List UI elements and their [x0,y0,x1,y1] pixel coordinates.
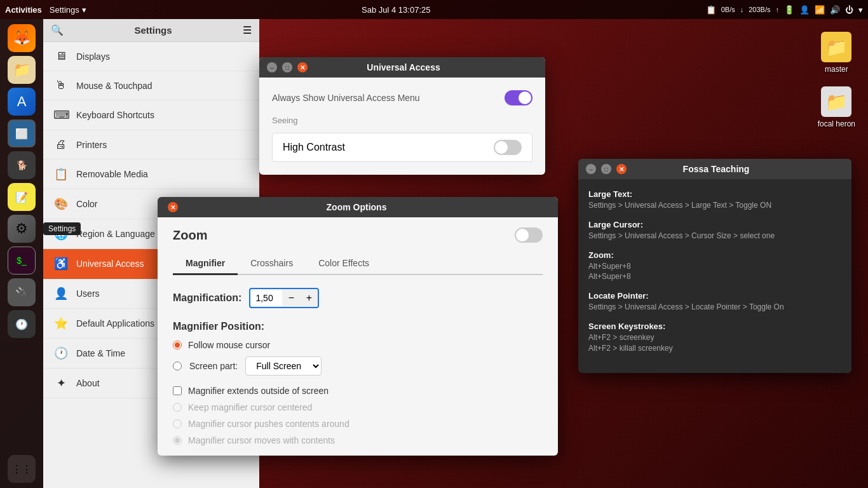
magnification-increase-button[interactable]: + [300,289,318,307]
ua-dialog-content: Always Show Universal Access Menu Seeing… [259,78,545,175]
about-icon: ✦ [53,376,69,390]
dock-item-gimp[interactable]: 🐕 [8,151,36,179]
fossa-item-locate-pointer: Locate Pointer: Settings > Universal Acc… [588,291,841,313]
follow-mouse-radio[interactable] [173,341,182,349]
ua-close-button[interactable]: ✕ [297,62,308,72]
ua-high-contrast-row: High Contrast [272,133,532,162]
fossa-keystrokes-desc: Alt+F2 > screenkey Alt+F2 > killall scre… [588,332,841,354]
screen-part-radio[interactable] [173,362,182,370]
cursor-centered-label: Keep magnifier cursor centered [188,402,312,412]
dock-item-settings[interactable]: ⚙ Settings [8,215,36,243]
cursor-pushes-label: Magnifier cursor pushes contents around [188,419,349,429]
printers-icon: 🖨 [53,138,69,151]
settings-item-keyboard[interactable]: ⌨ Keyboard Shortcuts [43,100,259,130]
settings-search-icon: 🔍 [51,24,64,36]
settings-title: Settings [134,25,172,36]
dock-item-firefox[interactable]: 🦊 [8,24,36,52]
removable-icon: 📋 [53,167,69,181]
fossa-item-large-cursor: Large Cursor: Settings > Universal Acces… [588,220,841,241]
zoom-dialog-titlebar: ✕ Zoom Options [158,197,558,217]
tab-crosshairs[interactable]: Crosshairs [238,253,306,275]
magnifier-position-group: Follow mouse cursor Screen part: Full Sc… [173,340,543,445]
fossa-large-text-title: Large Text: [588,189,841,199]
magnification-decrease-button[interactable]: − [282,289,300,307]
zoom-tabs: Magnifier Crosshairs Color Effects [173,253,543,275]
settings-menu-button[interactable]: Settings ▾ [50,5,86,15]
cursor-centered-radio[interactable] [173,403,182,412]
color-icon: 🎨 [53,197,69,211]
ua-seeing-title: Seeing [272,116,532,125]
ua-always-show-row: Always Show Universal Access Menu [272,90,532,105]
desktop-icon-focal-heron[interactable]: 📁 focal heron [818,86,855,128]
cursor-moves-radio[interactable] [173,436,182,445]
zoom-close-button[interactable]: ✕ [168,202,178,212]
topbar: Activities Settings ▾ Sab Jul 4 13:07:25… [0,0,868,19]
fossa-large-text-desc: Settings > Universal Access > Large Text… [588,200,841,211]
dock-tooltip-settings: Settings [43,222,81,235]
zoom-options-dialog: ✕ Zoom Options Zoom Magnifier Crosshairs… [158,197,558,456]
keyboard-icon: ⌨ [53,108,69,122]
ua-minimize-button[interactable]: – [267,62,277,72]
zoom-header: Zoom [173,227,543,243]
dock-item-files[interactable]: 📁 [8,56,36,84]
dock-item-notes[interactable]: 📝 [8,183,36,211]
cursor-pushes-row: Magnifier cursor pushes contents around [173,419,543,429]
ua-dialog-title: Universal Access [367,62,440,72]
dock-item-screenshot[interactable]: ⬜ [8,119,36,147]
magnification-input[interactable] [250,290,282,306]
extends-outside-checkbox[interactable] [173,386,182,395]
cursor-centered-row: Keep magnifier cursor centered [173,402,543,412]
extends-outside-row: Magnifier extends outside of screen [173,386,543,396]
ua-always-show-label: Always Show Universal Access Menu [272,93,420,103]
fossa-keystrokes-title: Screen Keystrokes: [588,322,841,331]
fossa-close-button[interactable]: ✕ [616,164,627,174]
extends-outside-label: Magnifier extends outside of screen [188,386,329,396]
ua-high-contrast-toggle[interactable] [494,140,522,155]
settings-item-mouse[interactable]: 🖱 Mouse & Touchpad [43,71,259,100]
fossa-titlebar: – □ ✕ Fossa Teaching [578,159,851,179]
magnification-input-wrap: − + [249,288,319,308]
fossa-item-screen-keystrokes: Screen Keystrokes: Alt+F2 > screenkey Al… [588,322,841,354]
mouse-icon: 🖱 [53,79,69,92]
desktop-icon-master[interactable]: 📁 master [818,32,855,74]
default-icon: ⭐ [53,316,69,330]
displays-icon: 🖥 [53,50,69,63]
topbar-left: Activities Settings ▾ [5,5,86,15]
fossa-item-zoom: Zoom: Alt+Super+8 Alt+Super+8 [588,250,841,283]
dock-item-terminal[interactable]: $_ [8,247,36,274]
settings-menu-icon[interactable]: ☰ [243,24,252,36]
zoom-toggle[interactable] [515,227,543,243]
fossa-content: Large Text: Settings > Universal Access … [578,179,851,373]
dock-item-usb[interactable]: 🔌 [8,278,36,306]
universal-access-dialog: – □ ✕ Universal Access Always Show Unive… [259,57,545,175]
settings-item-printers[interactable]: 🖨 Printers [43,130,259,159]
dock-item-apps[interactable]: ⋮⋮ [8,455,36,483]
fossa-controls: – □ ✕ [586,164,627,174]
desktop-icons: 📁 master 📁 focal heron [818,32,855,128]
screen-part-label: Screen part: [189,361,238,371]
follow-mouse-label: Follow mouse cursor [188,340,270,350]
date-icon: 🕐 [53,346,69,360]
settings-item-removable[interactable]: 📋 Removable Media [43,159,259,189]
dock-item-appstore[interactable]: A [8,88,36,116]
activities-button[interactable]: Activities [5,5,42,15]
cursor-pushes-radio[interactable] [173,419,182,428]
fossa-locate-desc: Settings > Universal Access > Locate Poi… [588,302,841,313]
fossa-maximize-button[interactable]: □ [601,164,611,174]
ua-dialog-controls: – □ ✕ [267,62,308,72]
tab-magnifier[interactable]: Magnifier [173,253,238,275]
ua-always-show-toggle[interactable] [505,90,532,105]
magnifier-position-title: Magnifier Position: [173,321,543,332]
settings-item-displays[interactable]: 🖥 Displays [43,42,259,71]
fossa-item-large-text: Large Text: Settings > Universal Access … [588,189,841,211]
fossa-minimize-button[interactable]: – [586,164,596,174]
fossa-teaching-panel: – □ ✕ Fossa Teaching Large Text: Setting… [578,159,851,373]
screen-part-select[interactable]: Full Screen Left Half Right Half Top Hal… [245,356,322,376]
cursor-moves-label: Magnifier cursor moves with contents [188,435,335,445]
application-dock: 🦊 📁 A ⬜ 🐕 📝 ⚙ Settings $_ 🔌 🕐 ⋮⋮ [0,19,43,488]
fossa-large-cursor-desc: Settings > Universal Access > Cursor Siz… [588,231,841,241]
ua-maximize-button[interactable]: □ [282,62,292,72]
tab-color-effects[interactable]: Color Effects [306,253,382,275]
dock-item-clock[interactable]: 🕐 [8,310,36,338]
zoom-dialog-content: Zoom Magnifier Crosshairs Color Effects … [158,217,558,456]
